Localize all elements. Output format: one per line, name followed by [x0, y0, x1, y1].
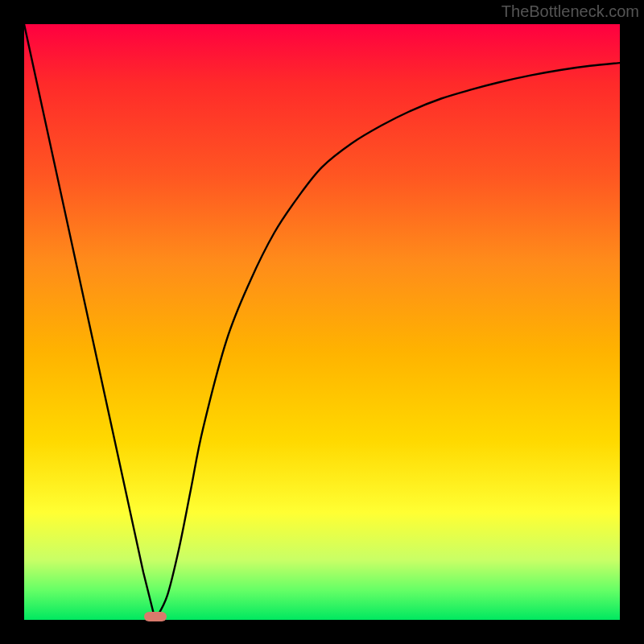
- plot-area: [24, 24, 620, 620]
- curve-svg: [24, 24, 620, 620]
- chart-container: TheBottleneck.com: [0, 0, 644, 644]
- optimum-marker: [144, 612, 167, 621]
- watermark-text: TheBottleneck.com: [502, 2, 639, 21]
- bottleneck-curve: [24, 24, 620, 620]
